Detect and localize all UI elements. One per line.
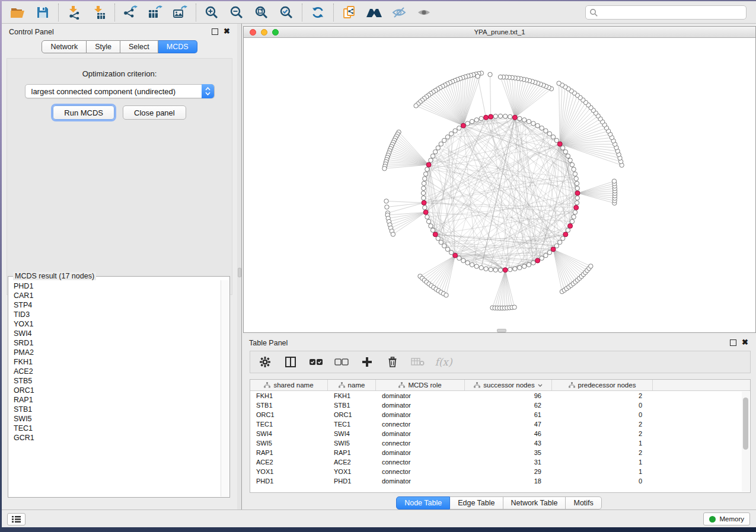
table-row[interactable]: TEC1TEC1connector472 bbox=[250, 419, 750, 429]
cell-shared-name: SWI5 bbox=[250, 440, 328, 447]
delete-table-icon[interactable] bbox=[410, 354, 426, 370]
function-builder-icon[interactable]: f(x) bbox=[436, 354, 451, 370]
refresh-layout-icon[interactable] bbox=[305, 3, 330, 22]
mcds-result-item[interactable]: CAR1 bbox=[14, 291, 221, 300]
tab-mcds[interactable]: MCDS bbox=[158, 40, 197, 53]
cell-predecessor-nodes: 2 bbox=[552, 430, 653, 437]
column-header-MCDS-role[interactable]: MCDS role bbox=[376, 380, 465, 390]
export-table-icon[interactable] bbox=[143, 3, 168, 22]
horizontal-splitter-grip[interactable] bbox=[497, 329, 506, 332]
column-header-name[interactable]: name bbox=[328, 380, 376, 390]
table-panel-title: Table Panel bbox=[249, 339, 288, 347]
tab-select[interactable]: Select bbox=[120, 40, 158, 53]
table-row[interactable]: ACE2ACE2connector311 bbox=[250, 457, 750, 467]
zoom-in-icon[interactable] bbox=[199, 3, 224, 22]
vertical-splitter[interactable] bbox=[237, 24, 242, 509]
mcds-result-item[interactable]: PHD1 bbox=[14, 281, 221, 291]
cell-name: ACE2 bbox=[328, 459, 376, 466]
mcds-result-item[interactable]: PMA2 bbox=[14, 348, 221, 357]
export-network-icon[interactable] bbox=[118, 3, 143, 22]
delete-row-icon[interactable] bbox=[385, 354, 400, 370]
cell-name: YOX1 bbox=[328, 468, 376, 475]
show-columns-icon[interactable] bbox=[283, 354, 298, 370]
tab-edge-table[interactable]: Edge Table bbox=[450, 496, 503, 509]
table-row[interactable]: SWI4SWI4dominator462 bbox=[250, 429, 750, 438]
select-all-icon[interactable] bbox=[308, 354, 324, 370]
table-row[interactable]: PHD1PHD1dominator180 bbox=[250, 476, 750, 486]
network-view-window: YPA_prune.txt_1 bbox=[243, 26, 756, 333]
mcds-result-item[interactable]: STP4 bbox=[14, 300, 221, 310]
column-header-shared-name[interactable]: shared name bbox=[250, 380, 328, 390]
cell-successor-nodes: 61 bbox=[465, 411, 552, 418]
table-row[interactable]: STB1STB1dominator620 bbox=[250, 400, 750, 410]
column-header-predecessor-nodes[interactable]: predecessor nodes bbox=[552, 380, 653, 390]
tab-style[interactable]: Style bbox=[87, 40, 120, 53]
cell-shared-name: ORC1 bbox=[250, 411, 328, 418]
tab-node-table[interactable]: Node Table bbox=[396, 496, 450, 509]
mcds-result-item[interactable]: YOX1 bbox=[14, 319, 221, 329]
new-network-from-selection-icon[interactable] bbox=[337, 3, 362, 22]
criterion-dropdown[interactable]: largest connected component (undirected) bbox=[25, 84, 215, 98]
panel-frames-button[interactable] bbox=[7, 513, 25, 525]
table-row[interactable]: FKH1FKH1dominator962 bbox=[250, 391, 750, 400]
mcds-result-item[interactable]: TID3 bbox=[14, 310, 221, 319]
network-window-titlebar[interactable]: YPA_prune.txt_1 bbox=[244, 27, 755, 38]
unselect-all-icon[interactable] bbox=[334, 354, 349, 370]
mcds-result-item[interactable]: GCR1 bbox=[14, 433, 221, 443]
import-table-icon[interactable] bbox=[87, 3, 111, 22]
import-network-icon[interactable] bbox=[62, 3, 87, 22]
open-file-icon[interactable] bbox=[5, 3, 30, 22]
cell-MCDS-role: connector bbox=[376, 468, 465, 475]
tab-network-table[interactable]: Network Table bbox=[503, 496, 566, 509]
close-panel-button[interactable]: Close panel bbox=[123, 105, 186, 120]
tab-network[interactable]: Network bbox=[42, 40, 87, 53]
optimization-criterion-label: Optimization criterion: bbox=[7, 69, 232, 78]
tab-motifs[interactable]: Motifs bbox=[566, 496, 601, 509]
toolbar-separator bbox=[114, 4, 115, 21]
add-row-icon[interactable] bbox=[359, 354, 375, 370]
float-window-icon[interactable] bbox=[212, 28, 218, 35]
table-settings-icon[interactable] bbox=[257, 354, 273, 370]
export-image-icon[interactable] bbox=[168, 3, 193, 22]
mcds-list-scrollbar[interactable] bbox=[221, 280, 229, 496]
column-header-successor-nodes[interactable]: successor nodes bbox=[465, 380, 552, 390]
mcds-result-item[interactable]: STB1 bbox=[14, 405, 221, 414]
table-row[interactable]: SWI5SWI5connector431 bbox=[250, 438, 750, 448]
zoom-selected-icon[interactable] bbox=[274, 3, 299, 22]
mcds-result-item[interactable]: STB5 bbox=[14, 376, 221, 386]
network-search-field[interactable] bbox=[585, 5, 747, 20]
show-all-icon[interactable] bbox=[412, 3, 436, 22]
table-row[interactable]: RAP1RAP1dominator352 bbox=[250, 448, 750, 457]
close-icon[interactable]: ✖ bbox=[224, 27, 230, 36]
table-row[interactable]: YOX1YOX1connector291 bbox=[250, 467, 750, 476]
cell-MCDS-role: connector bbox=[376, 459, 465, 466]
network-canvas[interactable] bbox=[244, 38, 755, 332]
table-row[interactable]: ORC1ORC1dominator610 bbox=[250, 410, 750, 419]
mcds-result-item[interactable]: SWI4 bbox=[14, 329, 221, 338]
mcds-result-item[interactable]: ORC1 bbox=[14, 386, 221, 395]
splitter-grip[interactable] bbox=[238, 268, 241, 277]
table-scrollbar-thumb[interactable] bbox=[743, 398, 748, 450]
run-mcds-button[interactable]: Run MCDS bbox=[53, 105, 114, 120]
mcds-result-item[interactable]: TEC1 bbox=[14, 424, 221, 433]
search-input[interactable] bbox=[598, 8, 742, 17]
zoom-fit-icon[interactable] bbox=[249, 3, 274, 22]
float-window-icon[interactable] bbox=[730, 339, 736, 346]
mcds-result-item[interactable]: SWI5 bbox=[14, 414, 221, 424]
cell-name: TEC1 bbox=[328, 421, 376, 428]
hide-selected-icon[interactable] bbox=[387, 3, 412, 22]
mcds-result-item[interactable]: SRD1 bbox=[14, 338, 221, 348]
close-icon[interactable]: ✖ bbox=[742, 338, 748, 347]
cell-MCDS-role: dominator bbox=[376, 392, 465, 399]
mcds-result-item[interactable]: FKH1 bbox=[14, 357, 221, 367]
mcds-result-list[interactable]: PHD1CAR1STP4TID3YOX1SWI4SRD1PMA2FKH1ACE2… bbox=[9, 280, 221, 496]
cell-successor-nodes: 43 bbox=[465, 440, 552, 447]
mcds-result-item[interactable]: RAP1 bbox=[14, 395, 221, 405]
zoom-out-icon[interactable] bbox=[224, 3, 249, 22]
save-session-icon[interactable] bbox=[30, 3, 55, 22]
table-scrollbar[interactable] bbox=[742, 392, 749, 492]
memory-button[interactable]: Memory bbox=[703, 512, 750, 525]
cell-predecessor-nodes: 0 bbox=[552, 402, 653, 409]
mcds-result-item[interactable]: ACE2 bbox=[14, 367, 221, 376]
first-neighbors-icon[interactable] bbox=[362, 3, 387, 22]
